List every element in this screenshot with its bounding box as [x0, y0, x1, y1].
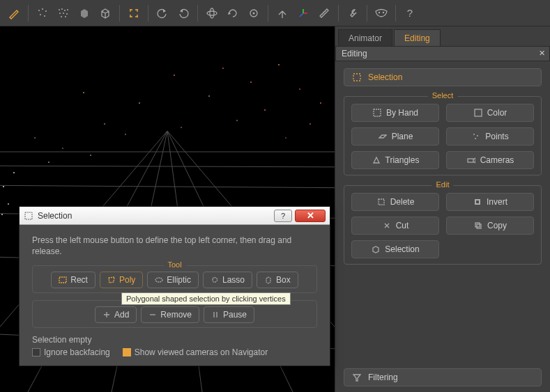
copy-button[interactable]: Copy	[446, 217, 534, 235]
edit-group: Edit Delete Invert Cut Copy Selection	[344, 185, 542, 265]
tab-animator[interactable]: Animator	[338, 29, 392, 46]
svg-point-49	[236, 120, 238, 121]
svg-point-13	[65, 16, 66, 17]
poly-tool-button[interactable]: Poly	[100, 272, 143, 288]
elliptic-tool-button[interactable]: Elliptic	[147, 272, 199, 288]
selection-button[interactable]: Selection	[344, 68, 542, 86]
select-legend: Select	[428, 91, 458, 100]
ignore-backfacing-checkbox[interactable]: Ignore backfacing	[32, 347, 110, 357]
selection-edit-button[interactable]: Selection	[351, 240, 439, 258]
svg-point-2	[45, 10, 47, 12]
dialog-icon	[24, 211, 33, 221]
axis-move-icon[interactable]	[273, 3, 292, 23]
panel-subheader-label: Editing	[342, 49, 367, 58]
color-button[interactable]: Color	[446, 104, 534, 122]
ruler-icon[interactable]	[314, 3, 334, 23]
box-tool-button[interactable]: Box	[257, 272, 298, 288]
orbit-icon[interactable]	[202, 3, 222, 23]
dialog-titlebar[interactable]: Selection ? ✕	[20, 207, 330, 225]
svg-rect-69	[59, 277, 66, 283]
svg-point-42	[62, 148, 63, 149]
minus-icon	[148, 311, 157, 319]
filtering-button[interactable]: Filtering	[344, 368, 542, 386]
points-icon	[471, 132, 481, 141]
cube-wire-icon[interactable]	[96, 3, 115, 23]
toolbar-separator	[338, 5, 339, 22]
axis-rgb-icon[interactable]	[293, 3, 313, 23]
rect-tool-button[interactable]: Rect	[51, 272, 96, 288]
tool-group: Tool Rect Poly Elliptic Lasso Box	[32, 265, 317, 293]
target-icon[interactable]	[244, 3, 263, 23]
svg-point-1	[42, 8, 43, 10]
undo-icon[interactable]	[153, 3, 172, 23]
toolbar-separator	[197, 5, 198, 22]
svg-point-35	[250, 81, 252, 83]
invert-button[interactable]: Invert	[446, 193, 534, 211]
svg-line-21	[0, 166, 335, 167]
svg-rect-58	[475, 109, 482, 116]
by-hand-button[interactable]: By Hand	[351, 104, 439, 122]
spin-icon[interactable]	[223, 3, 243, 23]
checkbox-box	[32, 348, 40, 356]
cube-solid-icon[interactable]	[75, 3, 94, 23]
invert-icon	[473, 197, 482, 207]
close-panel-icon[interactable]: ✕	[539, 49, 545, 58]
points-sparse-icon[interactable]	[33, 3, 52, 23]
points-button[interactable]: Points	[446, 127, 534, 146]
svg-line-22	[0, 185, 335, 188]
svg-point-9	[59, 13, 61, 14]
svg-point-18	[379, 11, 380, 13]
main-toolbar: ?	[0, 0, 550, 26]
svg-point-38	[139, 102, 140, 104]
tab-editing[interactable]: Editing	[394, 29, 441, 46]
box-icon	[264, 276, 273, 284]
cameras-button[interactable]: Cameras	[446, 151, 534, 169]
selection-wire-icon	[371, 244, 381, 254]
tool-legend: Tool	[163, 260, 185, 269]
svg-point-4	[44, 15, 45, 17]
dialog-help-text: Press the left mouse button to define th…	[32, 235, 317, 257]
redo-icon[interactable]	[174, 3, 193, 23]
crop-icon[interactable]	[124, 3, 144, 23]
toolbar-separator	[367, 5, 367, 22]
show-cameras-checkbox[interactable]: Show viewed cameras on Navigator	[123, 347, 268, 357]
svg-point-46	[8, 203, 9, 205]
svg-point-19	[383, 11, 384, 13]
svg-rect-66	[475, 223, 480, 227]
select-group: Select By Hand Color Plane Points Triang…	[344, 96, 542, 175]
svg-point-39	[104, 123, 105, 125]
help-icon[interactable]: ?	[400, 3, 420, 23]
ellipse-icon	[155, 276, 163, 284]
svg-point-5	[59, 9, 60, 10]
poly-icon	[107, 276, 116, 284]
dialog-close-button[interactable]: ✕	[295, 210, 326, 222]
cut-button[interactable]: Cut	[351, 217, 439, 235]
lasso-tool-button[interactable]: Lasso	[203, 272, 252, 288]
delete-button[interactable]: Delete	[351, 193, 439, 211]
svg-rect-65	[476, 201, 479, 203]
points-dense-icon[interactable]	[54, 3, 73, 23]
svg-point-7	[64, 10, 66, 11]
plane-icon	[378, 132, 388, 141]
wrench-icon[interactable]	[343, 3, 362, 23]
mask-icon[interactable]	[372, 3, 391, 23]
rect-icon	[59, 276, 67, 284]
hand-icon	[372, 108, 382, 118]
svg-point-44	[13, 172, 15, 173]
svg-point-41	[34, 137, 36, 139]
dialog-help-button[interactable]: ?	[274, 210, 292, 222]
plane-button[interactable]: Plane	[351, 127, 439, 146]
cut-icon	[382, 221, 392, 230]
toolbar-separator	[28, 5, 29, 22]
svg-point-36	[278, 64, 280, 65]
remove-mode-button[interactable]: Remove	[141, 306, 199, 323]
right-panel: Animator Editing Editing ✕ Selection Sel…	[335, 26, 550, 392]
add-mode-button[interactable]: Add	[95, 306, 137, 323]
triangles-button[interactable]: Triangles	[351, 151, 439, 169]
filtering-button-label: Filtering	[368, 373, 398, 382]
checkbox-box	[123, 348, 131, 356]
pause-mode-button[interactable]: Pause	[204, 306, 254, 323]
triangle-icon	[372, 155, 381, 165]
brush-icon[interactable]	[4, 3, 24, 23]
svg-point-61	[475, 138, 476, 139]
